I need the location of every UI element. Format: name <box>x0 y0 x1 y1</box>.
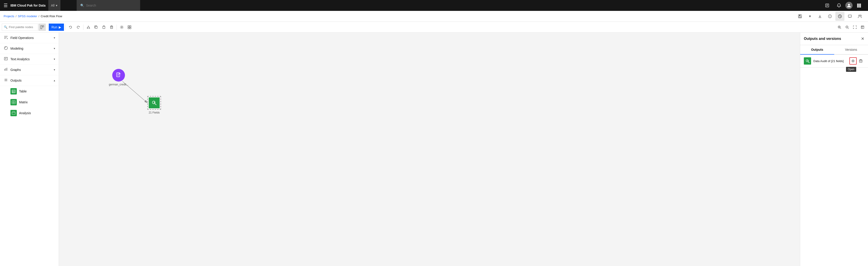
svg-line-73 <box>155 104 156 105</box>
sidebar-item-graphs[interactable]: Graphs ▾ <box>0 65 59 75</box>
fit-screen-button[interactable] <box>851 24 859 31</box>
delete-output-button[interactable] <box>857 57 864 65</box>
search-scope-dropdown[interactable]: All ▾ <box>48 0 61 11</box>
svg-line-30 <box>88 26 89 28</box>
svg-rect-9 <box>859 5 860 6</box>
svg-point-27 <box>87 28 88 29</box>
user-avatar[interactable] <box>845 2 852 9</box>
svg-rect-54 <box>5 68 6 71</box>
svg-point-28 <box>89 28 90 29</box>
cut-button[interactable] <box>85 24 92 31</box>
target-node-21-fields[interactable]: 21 Fields <box>147 96 161 114</box>
modeling-icon <box>4 46 8 51</box>
svg-line-42 <box>840 28 841 29</box>
run-button[interactable]: Run ▶ <box>49 24 64 31</box>
sidebar-label-modeling: Modeling <box>10 47 52 50</box>
svg-point-49 <box>4 46 7 49</box>
right-panel: Outputs and versions ✕ Outputs Versions … <box>800 33 868 266</box>
svg-rect-10 <box>860 5 861 6</box>
redo-button[interactable] <box>74 24 82 31</box>
sidebar: Field Operations ▾ Modeling ▾ Text Analy… <box>0 33 59 266</box>
toggle-palette-button[interactable] <box>38 24 46 31</box>
hamburger-menu-icon[interactable]: ☰ <box>4 3 8 8</box>
source-node-icon <box>112 69 125 81</box>
tab-versions[interactable]: Versions <box>834 45 868 55</box>
open-output-button[interactable]: Open <box>849 57 857 65</box>
right-panel-title: Outputs and versions <box>804 37 841 41</box>
undo-button[interactable] <box>67 24 74 31</box>
output-item-data-audit-label: Data Audit of [21 fields] <box>813 59 847 63</box>
breadcrumb-spss-link[interactable]: SPSS modeler <box>18 14 37 18</box>
svg-rect-15 <box>799 15 800 16</box>
save-icon[interactable] <box>796 12 805 21</box>
svg-rect-12 <box>859 6 860 7</box>
collaborate-icon[interactable] <box>855 12 864 21</box>
sidebar-subitem-matrix[interactable]: Matrix <box>0 97 59 108</box>
apps-icon[interactable] <box>854 0 864 11</box>
history-icon[interactable] <box>835 12 844 21</box>
breadcrumb-projects-link[interactable]: Projects <box>4 14 14 18</box>
sidebar-item-outputs[interactable]: Outputs ▴ <box>0 75 59 86</box>
sidebar-subitem-analysis[interactable]: Analysis <box>0 108 59 119</box>
copy-button[interactable] <box>93 24 100 31</box>
svg-line-29 <box>88 26 88 28</box>
svg-rect-82 <box>859 60 862 62</box>
settings-button[interactable] <box>118 24 125 31</box>
info-icon[interactable] <box>825 12 834 21</box>
chevron-outputs: ▴ <box>54 79 55 82</box>
outputs-list: Data Audit of [21 fields] Open <box>800 55 868 68</box>
zoom-in-button[interactable] <box>836 24 843 31</box>
chevron-modeling: ▾ <box>54 47 55 50</box>
search-input[interactable] <box>86 4 136 7</box>
svg-rect-16 <box>799 16 801 18</box>
svg-point-81 <box>852 61 854 61</box>
chevron-text-analytics: ▾ <box>54 58 55 61</box>
delete-button[interactable] <box>108 24 115 31</box>
notification-icon[interactable] <box>834 0 844 11</box>
svg-rect-5 <box>857 4 858 5</box>
zoom-out-button[interactable] <box>843 24 851 31</box>
save-dropdown-icon[interactable]: ▾ <box>805 12 814 21</box>
sidebar-item-modeling[interactable]: Modeling ▾ <box>0 43 59 54</box>
palette-search-area[interactable]: 🔍 <box>2 24 38 31</box>
svg-rect-32 <box>103 26 105 29</box>
svg-rect-50 <box>4 57 7 60</box>
tab-outputs[interactable]: Outputs <box>800 45 834 55</box>
sidebar-label-graphs: Graphs <box>10 68 52 72</box>
sidebar-item-text-analytics[interactable]: Text Analytics ▾ <box>0 54 59 65</box>
toolbar-separator-3 <box>83 25 84 30</box>
sidebar-label-outputs: Outputs <box>10 79 52 82</box>
svg-line-77 <box>808 62 809 63</box>
target-node-inner <box>149 97 160 108</box>
breadcrumb-current: Credit Risk Flow <box>40 14 62 18</box>
zoom-to-fit-button[interactable] <box>859 24 866 31</box>
palette-search-icon: 🔍 <box>4 25 7 29</box>
graphs-icon <box>4 67 8 72</box>
svg-rect-11 <box>857 6 858 7</box>
download-icon[interactable] <box>815 12 825 21</box>
svg-rect-39 <box>128 27 129 29</box>
comment-icon[interactable] <box>845 12 855 21</box>
svg-rect-40 <box>130 27 131 29</box>
paste-button[interactable] <box>100 24 107 31</box>
panel-tabs: Outputs Versions <box>800 45 868 55</box>
chevron-graphs: ▾ <box>54 68 55 71</box>
svg-rect-33 <box>111 26 113 29</box>
sidebar-label-field-operations: Field Operations <box>10 36 52 40</box>
close-panel-button[interactable]: ✕ <box>861 36 864 41</box>
palette-search-input[interactable] <box>9 25 36 29</box>
svg-rect-7 <box>860 4 861 5</box>
right-toolbar-actions <box>836 24 866 31</box>
grid-button[interactable] <box>126 24 133 31</box>
sidebar-label-table: Table <box>19 90 27 93</box>
edit-icon[interactable] <box>822 0 833 11</box>
text-analytics-icon <box>4 57 8 62</box>
sidebar-subitem-table[interactable]: Table <box>0 86 59 97</box>
sidebar-item-field-operations[interactable]: Field Operations ▾ <box>0 33 59 43</box>
global-search-area[interactable]: 🔍 <box>76 0 140 11</box>
source-node-german-credit[interactable]: german_credit... <box>109 69 129 86</box>
svg-point-36 <box>121 27 122 28</box>
output-item-actions: Open <box>849 57 864 65</box>
flow-canvas[interactable]: german_credit... 21 Fields <box>59 33 800 266</box>
svg-point-24 <box>860 15 861 16</box>
